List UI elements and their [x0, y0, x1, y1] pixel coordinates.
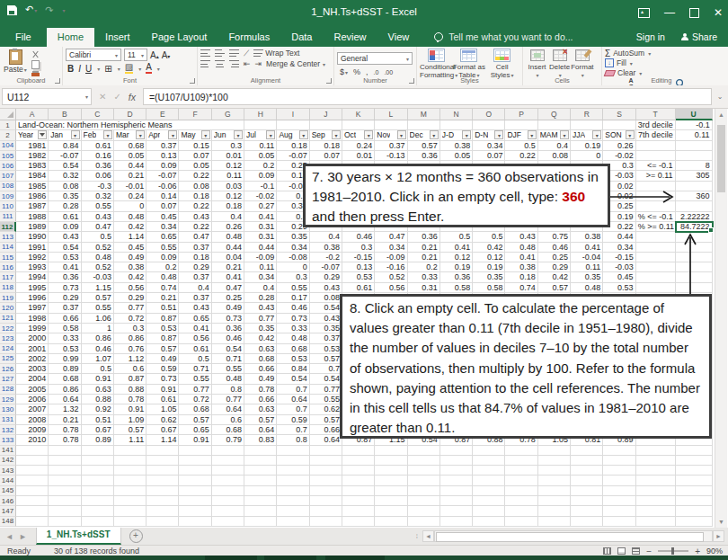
cell-A143[interactable] — [16, 466, 49, 476]
cell-K142[interactable] — [342, 456, 375, 466]
column-header-I[interactable]: I — [277, 109, 309, 120]
cell-U146[interactable] — [676, 496, 713, 506]
header-cell-0.11[interactable]: 0.11 — [676, 130, 713, 140]
cell-S143[interactable] — [603, 466, 635, 476]
cell-E147[interactable] — [146, 506, 179, 516]
row-header-107[interactable]: 107 — [0, 171, 16, 181]
cell-Q116[interactable]: 0.29 — [538, 262, 571, 272]
cell-A117[interactable]: 1994 — [16, 272, 49, 282]
cell-H105[interactable]: 0.05 — [244, 151, 277, 161]
cell-C148[interactable] — [82, 517, 114, 527]
cell-A142[interactable] — [16, 456, 49, 466]
column-header-S[interactable]: S — [603, 109, 635, 120]
cell-U143[interactable] — [676, 466, 713, 476]
cell-C115[interactable]: 0.48 — [82, 253, 114, 262]
cell-E143[interactable] — [146, 466, 179, 476]
cell-E111[interactable]: 0.45 — [146, 212, 179, 222]
row-header-133[interactable]: 133 — [0, 435, 16, 445]
cell-L141[interactable] — [375, 446, 407, 456]
row-header-105[interactable]: 105 — [0, 151, 16, 161]
cell-S148[interactable] — [603, 517, 635, 527]
cell-E115[interactable]: 0.09 — [146, 253, 179, 262]
cell-H132[interactable]: 0.64 — [244, 425, 277, 435]
cell-H120[interactable]: 0.43 — [244, 303, 277, 313]
decrease-indent-icon[interactable]: ⇤ — [244, 59, 251, 68]
cell-I117[interactable]: 0.3 — [277, 272, 309, 282]
cell-N145[interactable] — [440, 486, 473, 496]
cell-C146[interactable] — [82, 496, 114, 506]
cell-N113[interactable]: 0.5 — [440, 232, 473, 242]
cell-A120[interactable]: 1997 — [16, 303, 49, 313]
cell-C125[interactable]: 1.07 — [82, 354, 114, 364]
cell-D146[interactable] — [114, 496, 146, 506]
row-header-2[interactable]: 2 — [0, 130, 16, 140]
header-cell-Year[interactable]: Year — [16, 130, 49, 140]
cell-O148[interactable] — [473, 517, 505, 527]
cell-F129[interactable]: 0.72 — [179, 395, 211, 404]
cell-I128[interactable]: 0.7 — [277, 385, 309, 395]
header-cell-Aug[interactable]: Aug▾ — [277, 130, 309, 140]
vertical-scrollbar[interactable]: ▲ ▼ — [715, 109, 727, 528]
header-cell-JJA[interactable]: JJA▾ — [571, 130, 603, 140]
column-header-B[interactable]: B — [49, 109, 81, 120]
cell-I122[interactable]: 0.33 — [277, 324, 309, 333]
cell-I115[interactable]: -0.08 — [277, 253, 309, 262]
cell-K148[interactable] — [342, 517, 375, 527]
cell-B121[interactable]: 0.66 — [49, 314, 81, 324]
cell-P142[interactable] — [505, 456, 537, 466]
header-cell-MAM[interactable]: MAM▾ — [538, 130, 571, 140]
cell-E108[interactable]: -0.06 — [146, 182, 179, 191]
cell-A113[interactable]: 1990 — [16, 232, 49, 242]
header-cell-Feb[interactable]: Feb▾ — [82, 130, 114, 140]
cell-S104[interactable]: 0.26 — [603, 141, 635, 151]
filter-dropdown-icon[interactable]: ▾ — [103, 130, 112, 139]
cell-T108[interactable] — [636, 182, 676, 191]
cell-N116[interactable]: 0.19 — [440, 262, 473, 272]
cell-C132[interactable]: 0.67 — [82, 425, 114, 435]
cell-Q148[interactable] — [538, 517, 571, 527]
cell-R116[interactable]: 0.11 — [571, 262, 603, 272]
header-cell-Dec[interactable]: Dec▾ — [408, 130, 440, 140]
column-header-E[interactable]: E — [146, 109, 179, 120]
cell-O145[interactable] — [473, 486, 505, 496]
cell-U104[interactable] — [676, 141, 713, 151]
cell-C109[interactable]: 0.32 — [82, 191, 114, 201]
cell-P144[interactable] — [505, 476, 537, 485]
cell-B145[interactable] — [49, 486, 81, 496]
cell-A145[interactable] — [16, 486, 49, 496]
header-cell-Oct[interactable]: Oct▾ — [342, 130, 375, 140]
cell-B111[interactable]: 0.61 — [49, 212, 81, 222]
cell-L147[interactable] — [375, 506, 407, 516]
cell-Q113[interactable]: 0.75 — [538, 232, 571, 242]
cell-D104[interactable]: 0.68 — [114, 141, 146, 151]
column-header-O[interactable]: O — [473, 109, 505, 120]
cell-H122[interactable]: 0.35 — [244, 324, 277, 333]
cell-D125[interactable]: 1.12 — [114, 354, 146, 364]
cell-E146[interactable] — [146, 496, 179, 506]
cell-J143[interactable] — [310, 466, 342, 476]
header-cell-May[interactable]: May▾ — [179, 130, 211, 140]
cell-E114[interactable]: 0.55 — [146, 243, 179, 253]
cell-A126[interactable]: 2003 — [16, 364, 49, 374]
cell-C133[interactable]: 0.89 — [82, 435, 114, 445]
cell-C143[interactable] — [82, 466, 114, 476]
cell-I145[interactable] — [277, 486, 309, 496]
cell-U112[interactable]: 84.7222 — [676, 222, 713, 232]
header-cell-DJF[interactable]: DJF▾ — [505, 130, 537, 140]
header-cell-Sep[interactable]: Sep▾ — [310, 130, 342, 140]
cell-Q105[interactable]: 0.08 — [538, 151, 571, 161]
cell-D120[interactable]: 0.77 — [114, 303, 146, 313]
cell-B133[interactable]: 0.78 — [49, 435, 81, 445]
column-header-L[interactable]: L — [375, 109, 407, 120]
cell-N104[interactable]: 0.38 — [440, 141, 473, 151]
cell-B118[interactable]: 0.73 — [49, 283, 81, 293]
cell-H121[interactable]: 0.77 — [244, 314, 277, 324]
cell-K114[interactable]: 0.3 — [342, 243, 375, 253]
cell-C129[interactable]: 0.88 — [82, 395, 114, 404]
cell-Q142[interactable] — [538, 456, 571, 466]
cell-T146[interactable] — [636, 496, 676, 506]
cell-T104[interactable] — [636, 141, 676, 151]
cell-G148[interactable] — [212, 517, 244, 527]
close-icon[interactable]: ✕ — [714, 7, 723, 18]
row-header-144[interactable]: 144 — [0, 476, 16, 485]
